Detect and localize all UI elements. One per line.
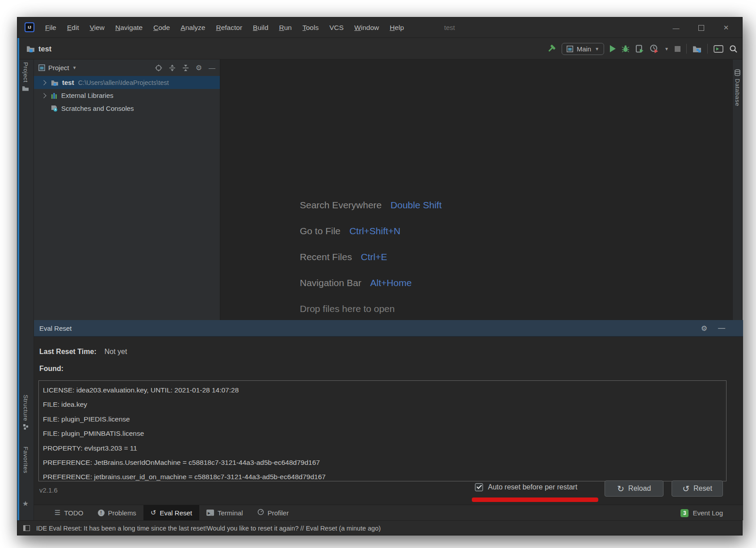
project-structure-icon[interactable] xyxy=(693,45,701,53)
menu-refactor[interactable]: Refactor xyxy=(216,24,242,32)
profiler-icon[interactable] xyxy=(650,44,659,53)
menu-navigate[interactable]: Navigate xyxy=(115,24,143,32)
found-label: Found: xyxy=(39,365,63,372)
database-icon xyxy=(735,69,740,76)
project-folder-icon xyxy=(26,45,35,52)
shortcut-keys: Alt+Home xyxy=(370,278,412,288)
sidebar-tab-favorites[interactable]: Favorites xyxy=(17,447,34,473)
eval-hide-icon[interactable]: — xyxy=(718,324,725,333)
shortcut-action: Go to File xyxy=(300,226,340,236)
menu-view[interactable]: View xyxy=(90,24,105,32)
shortcut-hint-row: Go to File Ctrl+Shift+N xyxy=(300,226,400,236)
shortcut-hint-row: Search Everywhere Double Shift xyxy=(300,200,442,211)
hide-panel-icon[interactable]: — xyxy=(209,64,215,72)
menu-run[interactable]: Run xyxy=(279,24,292,32)
sidebar-tab-project[interactable]: Project xyxy=(17,62,34,91)
last-reset-value: Not yet xyxy=(105,348,127,355)
menu-file[interactable]: File xyxy=(45,24,56,32)
tab-profiler[interactable]: Profiler xyxy=(250,505,296,520)
profiler-chevron-icon[interactable]: ▼ xyxy=(664,46,669,51)
debug-bug-icon[interactable] xyxy=(622,45,630,53)
reset-button-label: Reset xyxy=(693,485,712,493)
favorites-star-icon[interactable]: ★ xyxy=(17,499,34,508)
locate-file-icon[interactable] xyxy=(155,64,162,72)
project-folder-icon xyxy=(51,80,59,86)
minimize-button[interactable]: — xyxy=(664,17,689,38)
menu-edit[interactable]: Edit xyxy=(67,24,79,32)
maximize-icon xyxy=(698,25,704,31)
favorites-tab-label: Favorites xyxy=(22,447,29,473)
run-with-coverage-icon[interactable] xyxy=(635,45,644,53)
menu-help[interactable]: Help xyxy=(390,24,404,32)
project-panel-header: Project ▼ ⚙ — xyxy=(34,59,220,76)
tool-window-toggle-icon[interactable] xyxy=(23,525,30,531)
maximize-button[interactable] xyxy=(689,17,714,38)
sidebar-tab-database[interactable]: Database xyxy=(733,69,742,106)
expand-all-icon[interactable] xyxy=(169,64,176,72)
menu-window[interactable]: Window xyxy=(354,24,379,32)
menu-analyze[interactable]: Analyze xyxy=(181,24,205,32)
expand-chevron-icon[interactable] xyxy=(41,93,46,98)
last-reset-label: Last Reset Time: xyxy=(39,348,97,355)
eval-reset-header: Eval Reset ⚙ — xyxy=(34,320,743,337)
window-title: test xyxy=(444,24,455,31)
search-everywhere-icon[interactable] xyxy=(729,45,738,53)
found-item: PROPERTY: evlsprt3.203 = 11 xyxy=(43,441,722,455)
auto-reset-checkbox-row[interactable]: Auto reset before per restart xyxy=(475,483,577,491)
collapse-all-icon[interactable] xyxy=(182,64,189,72)
drop-files-hint: Drop files here to open xyxy=(300,304,395,314)
tab-eval-reset[interactable]: ↺ Eval Reset xyxy=(143,505,199,520)
reload-button[interactable]: ↻ Reload xyxy=(605,481,664,497)
project-view-chevron-icon[interactable]: ▼ xyxy=(72,65,77,70)
event-log-button[interactable]: 3 Event Log xyxy=(680,505,723,521)
tab-terminal[interactable]: ▸_ Terminal xyxy=(199,505,250,520)
expand-chevron-icon[interactable] xyxy=(41,80,46,85)
shortcut-action: Navigation Bar xyxy=(300,278,361,288)
event-log-label: Event Log xyxy=(693,509,723,517)
database-tab-label: Database xyxy=(734,79,741,106)
menu-build[interactable]: Build xyxy=(253,24,268,32)
tree-row-external-libraries[interactable]: External Libraries xyxy=(34,89,220,102)
right-tool-stripe: Database xyxy=(732,59,742,320)
toolbar-separator xyxy=(707,44,708,54)
settings-gear-icon[interactable]: ⚙ xyxy=(196,63,202,72)
menu-code[interactable]: Code xyxy=(153,24,170,32)
tab-todo[interactable]: ☰ TODO xyxy=(47,505,91,520)
project-panel-title[interactable]: Project xyxy=(48,64,69,72)
reload-icon: ↻ xyxy=(617,484,624,494)
tree-row-project-test[interactable]: test C:\Users\allen\IdeaProjects\test xyxy=(34,76,220,89)
menu-bar: File Edit View Navigate Code Analyze Ref… xyxy=(45,17,404,38)
status-message: IDE Eval Reset: It has been a long time … xyxy=(36,525,381,532)
intellij-logo-icon: IJ xyxy=(25,22,34,32)
reload-button-label: Reload xyxy=(628,485,651,493)
close-button[interactable]: ✕ xyxy=(714,17,739,38)
toolbar-actions: Main ▼ ▼ xyxy=(547,38,738,59)
sidebar-tab-structure[interactable]: Structure xyxy=(17,395,34,430)
run-anything-icon[interactable] xyxy=(714,45,723,53)
reset-icon: ↺ xyxy=(682,484,689,494)
tab-label: Terminal xyxy=(218,509,243,517)
tab-problems[interactable]: ! Problems xyxy=(91,505,143,520)
project-tab-label: Project xyxy=(22,62,29,83)
tab-label: TODO xyxy=(64,509,83,517)
run-configuration-selector[interactable]: Main ▼ xyxy=(562,43,604,55)
tree-item-path: C:\Users\allen\IdeaProjects\test xyxy=(78,79,169,86)
found-item: FILE: plugin_PMINBATIS.license xyxy=(43,426,722,441)
tree-item-name: Scratches and Consoles xyxy=(61,105,134,112)
logo-text: IJ xyxy=(28,25,31,30)
stop-button[interactable] xyxy=(675,46,680,52)
title-bar: IJ File Edit View Navigate Code Analyze … xyxy=(17,17,742,38)
run-button[interactable] xyxy=(610,45,616,52)
project-breadcrumb[interactable]: test xyxy=(26,38,51,59)
tree-row-scratches[interactable]: Scratches and Consoles xyxy=(34,102,220,115)
shortcut-keys: Ctrl+E xyxy=(361,252,387,262)
menu-vcs[interactable]: VCS xyxy=(329,24,344,32)
menu-tools[interactable]: Tools xyxy=(302,24,319,32)
plugin-version: v2.1.6 xyxy=(39,486,58,494)
eval-settings-gear-icon[interactable]: ⚙ xyxy=(701,324,707,333)
reset-button[interactable]: ↺ Reset xyxy=(672,481,723,497)
reset-arrow-icon: ↺ xyxy=(151,509,156,517)
build-hammer-icon[interactable] xyxy=(547,44,556,53)
todo-list-icon: ☰ xyxy=(55,509,60,517)
auto-reset-checkbox[interactable] xyxy=(475,483,483,491)
